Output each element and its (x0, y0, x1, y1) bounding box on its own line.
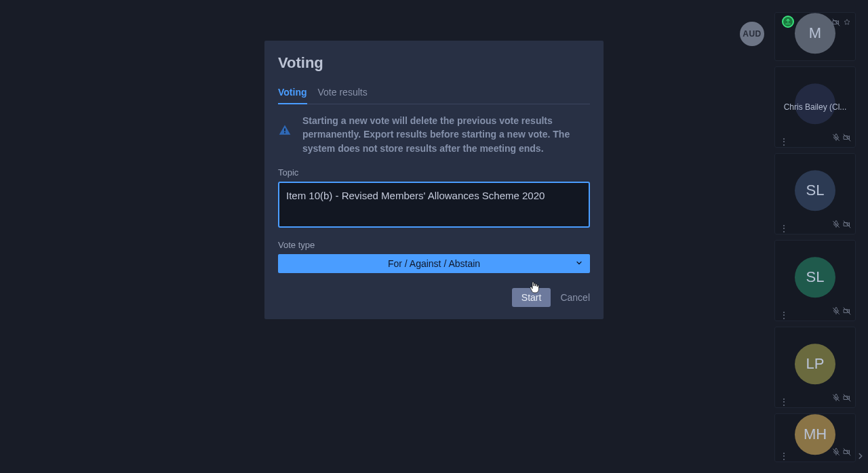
vote-type-value: For / Against / Abstain (388, 258, 480, 269)
mic-muted-icon (832, 132, 840, 144)
modal-tabs: Voting Vote results (278, 87, 590, 104)
tile-status-icons (832, 447, 851, 459)
participant-tile[interactable]: MH⋮ (774, 413, 856, 462)
mic-muted-icon (832, 447, 840, 459)
avatar: LP (795, 344, 835, 384)
participant-name: Chris Bailey (Cl... (775, 102, 855, 112)
more-options-icon[interactable]: ⋮ (779, 453, 789, 459)
tile-status-icons (832, 17, 851, 29)
avatar: SL (795, 257, 835, 297)
avatar: SL (795, 170, 835, 211)
participant-tile[interactable]: LP⋮ (774, 327, 856, 408)
warning-banner: Starting a new vote will delete the prev… (278, 114, 590, 155)
modal-title: Voting (278, 54, 590, 72)
tab-voting[interactable]: Voting (278, 87, 307, 104)
tab-vote-results[interactable]: Vote results (318, 87, 368, 104)
vote-type-label: Vote type (278, 240, 590, 250)
star-icon (843, 17, 851, 29)
chevron-down-icon (575, 258, 583, 269)
participants-panel: MChris Bailey (Cl...⋮SL⋮SL⋮LP⋮MH⋮ (774, 12, 860, 462)
participant-tile[interactable]: M (774, 12, 856, 61)
topic-label: Topic (278, 167, 590, 178)
mic-muted-icon (832, 306, 840, 318)
tile-status-icons (832, 219, 851, 231)
participant-tile[interactable]: SL⋮ (774, 153, 856, 234)
camera-off-icon (843, 306, 851, 318)
svg-rect-1 (284, 132, 285, 133)
participant-tile[interactable]: Chris Bailey (Cl...⋮ (774, 66, 856, 148)
camera-off-icon (843, 447, 851, 459)
camera-off-icon (843, 132, 851, 144)
screen-share-icon (782, 16, 794, 28)
more-options-icon[interactable]: ⋮ (779, 399, 789, 405)
start-button[interactable]: Start (512, 288, 551, 307)
topic-input[interactable] (278, 182, 590, 228)
camera-off-icon (832, 17, 840, 29)
warning-icon (278, 114, 294, 155)
mic-muted-icon (832, 219, 840, 231)
voting-modal: Voting Voting Vote results Starting a ne… (264, 41, 604, 319)
scroll-down-chevron[interactable] (856, 451, 865, 464)
warning-text: Starting a new vote will delete the prev… (302, 114, 590, 155)
camera-off-icon (843, 219, 851, 231)
tile-status-icons (832, 132, 851, 144)
more-options-icon[interactable]: ⋮ (779, 139, 789, 144)
avatar: M (795, 13, 835, 54)
more-options-icon[interactable]: ⋮ (779, 312, 789, 318)
camera-off-icon (843, 392, 851, 405)
tile-status-icons (832, 392, 851, 405)
mic-muted-icon (832, 392, 840, 405)
svg-rect-0 (284, 129, 285, 131)
vote-type-select[interactable]: For / Against / Abstain (278, 254, 590, 273)
cancel-button[interactable]: Cancel (560, 292, 590, 303)
tile-status-icons (832, 306, 851, 318)
more-options-icon[interactable]: ⋮ (779, 226, 789, 231)
participant-tile[interactable]: SL⋮ (774, 240, 856, 321)
avatar: MH (795, 414, 835, 455)
audio-only-badge: AUD (740, 22, 764, 46)
